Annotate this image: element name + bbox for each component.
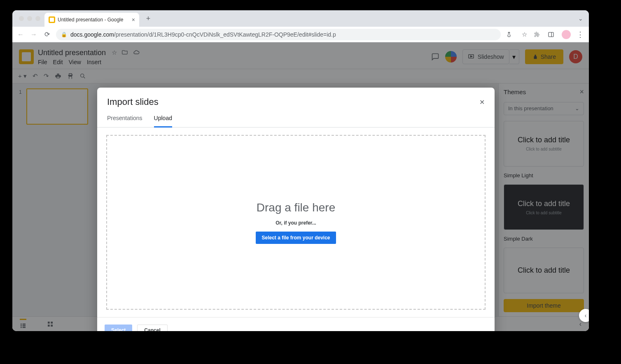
tabs-dropdown-icon[interactable]: ⌄ [578,15,583,22]
bookmark-icon[interactable]: ☆ [520,31,529,38]
import-slides-dialog: Import slides ✕ Presentations Upload Dra… [97,88,495,331]
new-tab-button[interactable]: + [142,13,154,24]
forward-icon: → [30,31,38,38]
url-path: /presentation/d/1RL3H9cp0-cnQcVDiNslk_ed… [114,31,336,38]
file-dropzone[interactable]: Drag a file here Or, if you prefer... Se… [106,135,486,310]
dropzone-subtitle: Or, if you prefer... [275,220,316,226]
dialog-tabs: Presentations Upload [97,107,495,128]
tab-favicon [49,16,55,23]
window-controls[interactable] [19,16,40,21]
dialog-close-icon[interactable]: ✕ [479,98,485,106]
lock-icon: 🔒 [61,32,67,37]
url-input[interactable]: 🔒 docs.google.com/presentation/d/1RL3H9c… [56,29,501,40]
tab-title: Untitled presentation - Google [58,17,123,23]
profile-avatar[interactable] [562,30,571,39]
url-host: docs.google.com [70,31,114,38]
select-button[interactable]: Select [105,325,132,332]
tab-presentations[interactable]: Presentations [107,115,142,127]
svg-rect-0 [549,32,553,37]
chrome-tabstrip: Untitled presentation - Google × + ⌄ [12,10,589,27]
extensions-icon[interactable] [534,31,543,38]
dialog-title: Import slides [107,97,159,107]
back-icon[interactable]: ← [16,31,25,38]
reload-icon[interactable]: ⟳ [43,30,51,38]
slides-app: Untitled presentation ☆ File [12,42,589,331]
tab-close-icon[interactable]: × [132,16,135,23]
dialog-footer: Select Cancel [97,317,495,331]
chrome-menu-icon[interactable] [576,30,585,39]
browser-tab[interactable]: Untitled presentation - Google × [44,13,139,27]
tab-upload[interactable]: Upload [154,115,172,128]
select-file-button[interactable]: Select a file from your device [256,232,336,244]
share-page-icon[interactable] [506,31,515,38]
show-side-panel-icon[interactable]: ‹ [579,309,589,322]
sidepanel-icon[interactable] [548,31,557,38]
browser-window: Untitled presentation - Google × + ⌄ ← →… [12,10,589,331]
address-bar: ← → ⟳ 🔒 docs.google.com/presentation/d/1… [12,27,589,42]
dropzone-title: Drag a file here [257,201,335,214]
cancel-button[interactable]: Cancel [137,325,167,332]
